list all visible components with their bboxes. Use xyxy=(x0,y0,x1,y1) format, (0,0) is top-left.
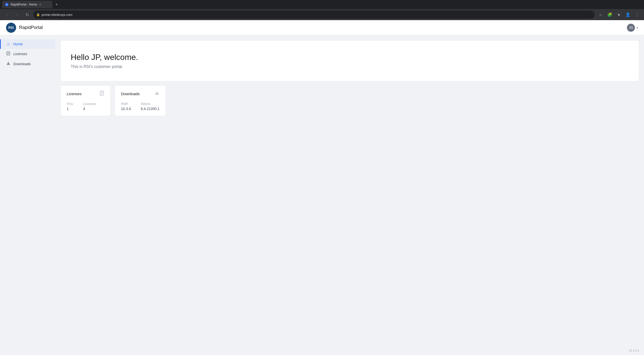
toolbar-icons: ⌕ 🧩 ★ 👤 ⋮ xyxy=(597,11,641,19)
app-name: RapidPortal xyxy=(19,25,43,30)
licenses-card-data: POs 1 Licenses 4 xyxy=(67,102,104,111)
address-bar[interactable]: 🔒 portal.roboticsys.com xyxy=(33,11,595,19)
downloads-card-title: Downloads xyxy=(121,92,140,96)
tab-title: RapidPortal - Home xyxy=(11,3,37,6)
url-text: portal.roboticsys.com xyxy=(42,13,72,17)
app-container: RSI RapidPortal JG ▾ ⌂ Home xyxy=(0,20,644,355)
forward-button[interactable]: › xyxy=(13,11,21,19)
reload-button[interactable]: ↻ xyxy=(23,11,31,19)
licenses-label: Licenses xyxy=(83,102,96,106)
logo-icon: RSI xyxy=(6,23,16,33)
user-dropdown-arrow: ▾ xyxy=(636,26,638,29)
welcome-title: Hello JP, welcome. xyxy=(71,53,629,62)
cards-row: Licenses POs xyxy=(60,85,639,116)
pos-label: POs xyxy=(67,102,73,106)
top-nav: RSI RapidPortal JG ▾ xyxy=(0,20,644,35)
rmp-label: RMP xyxy=(121,102,131,106)
intime-label: INtime xyxy=(141,102,159,106)
bookmark-icon[interactable]: ★ xyxy=(615,11,623,19)
licenses-value: 4 xyxy=(83,107,96,111)
downloads-card-header: Downloads xyxy=(121,91,159,97)
browser-chrome: R RapidPortal - Home × + xyxy=(0,0,644,9)
downloads-card-data: RMP 10.3.4 INtime 6.4.21350.1 xyxy=(121,102,159,111)
user-avatar: JG xyxy=(627,24,635,32)
lock-icon: 🔒 xyxy=(36,13,40,16)
rmp-data: RMP 10.3.4 xyxy=(121,102,131,111)
home-icon: ⌂ xyxy=(6,42,11,46)
menu-icon[interactable]: ⋮ xyxy=(633,11,641,19)
licenses-icon xyxy=(6,51,11,56)
pos-data: POs 1 xyxy=(67,102,73,111)
licenses-card-icon xyxy=(99,91,104,97)
search-icon[interactable]: ⌕ xyxy=(597,11,605,19)
main-layout: ⌂ Home Licenses xyxy=(0,35,644,355)
browser-tab[interactable]: R RapidPortal - Home × xyxy=(2,1,52,8)
intime-data: INtime 6.4.21350.1 xyxy=(141,102,159,111)
licenses-data: Licenses 4 xyxy=(83,102,96,111)
new-tab-button[interactable]: + xyxy=(53,2,60,7)
intime-value: 6.4.21350.1 xyxy=(141,107,159,111)
extensions-icon[interactable]: 🧩 xyxy=(606,11,614,19)
sidebar-downloads-label: Downloads xyxy=(13,62,31,66)
licenses-card-title: Licenses xyxy=(67,92,82,96)
pos-value: 1 xyxy=(67,107,73,111)
browser-toolbar: ‹ › ↻ 🔒 portal.roboticsys.com ⌕ 🧩 ★ 👤 ⋮ xyxy=(0,9,644,20)
tab-favicon: R xyxy=(5,3,9,6)
licenses-info-card[interactable]: Licenses POs xyxy=(60,85,111,116)
downloads-info-card[interactable]: Downloads RMP 10.3.4 xyxy=(115,85,166,116)
content-area: Hello JP, welcome. This is RSI's custome… xyxy=(55,35,644,355)
tab-close-button[interactable]: × xyxy=(39,3,41,7)
sidebar-licenses-label: Licenses xyxy=(13,52,27,56)
sidebar: ⌂ Home Licenses xyxy=(0,35,55,355)
sidebar-item-home[interactable]: ⌂ Home xyxy=(0,39,55,49)
welcome-card: Hello JP, welcome. This is RSI's custome… xyxy=(60,40,639,81)
sidebar-home-label: Home xyxy=(13,42,23,46)
back-button[interactable]: ‹ xyxy=(3,11,11,19)
sidebar-item-downloads[interactable]: Downloads xyxy=(0,59,55,69)
logo-area: RSI RapidPortal xyxy=(6,23,43,33)
licenses-card-header: Licenses xyxy=(67,91,104,97)
profile-icon[interactable]: 👤 xyxy=(624,11,632,19)
welcome-subtitle: This is RSI's customer portal. xyxy=(71,64,629,69)
downloads-card-icon xyxy=(154,91,159,97)
footer-version: 22.2.2.5 xyxy=(629,349,639,352)
svg-rect-4 xyxy=(7,64,10,65)
sidebar-item-licenses[interactable]: Licenses xyxy=(0,49,55,59)
downloads-icon xyxy=(6,61,11,66)
rmp-value: 10.3.4 xyxy=(121,107,131,111)
user-menu[interactable]: JG ▾ xyxy=(627,24,638,32)
